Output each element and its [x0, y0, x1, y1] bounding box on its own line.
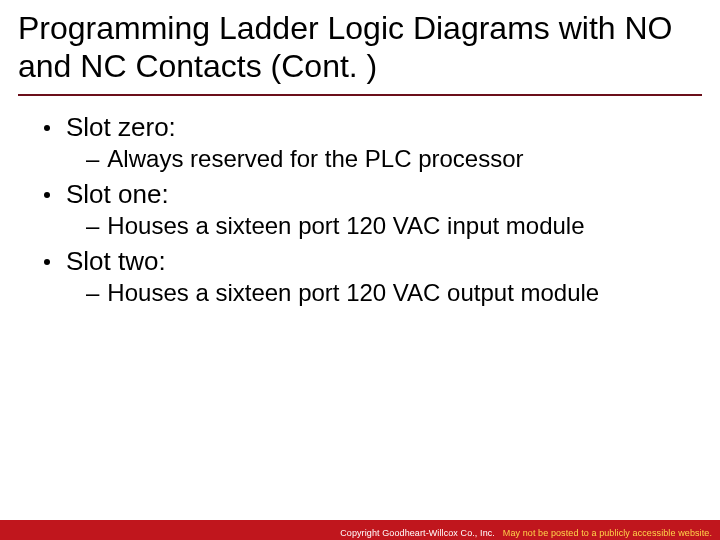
slide: Programming Ladder Logic Diagrams with N…	[0, 0, 720, 540]
slide-title: Programming Ladder Logic Diagrams with N…	[0, 0, 720, 88]
bullet-text: Houses a sixteen port 120 VAC input modu…	[107, 212, 584, 240]
bullet-text: Houses a sixteen port 120 VAC output mod…	[107, 279, 599, 307]
bullet-text: Slot one:	[66, 179, 169, 210]
footer-text: Copyright Goodheart-Willcox Co., Inc. Ma…	[340, 528, 712, 538]
bullet-level-2: – Always reserved for the PLC processor	[86, 145, 700, 173]
bullet-level-1: Slot one:	[44, 179, 700, 210]
bullet-dash-icon: –	[86, 212, 99, 240]
footer-copyright: Copyright Goodheart-Willcox Co., Inc.	[340, 528, 495, 538]
bullet-level-2: – Houses a sixteen port 120 VAC input mo…	[86, 212, 700, 240]
bullet-dot-icon	[44, 192, 50, 198]
bullet-text: Always reserved for the PLC processor	[107, 145, 523, 173]
footer-warning: May not be posted to a publicly accessib…	[503, 528, 712, 538]
bullet-dash-icon: –	[86, 279, 99, 307]
bullet-level-2: – Houses a sixteen port 120 VAC output m…	[86, 279, 700, 307]
bullet-dash-icon: –	[86, 145, 99, 173]
bullet-text: Slot zero:	[66, 112, 176, 143]
bullet-level-1: Slot two:	[44, 246, 700, 277]
bullet-dot-icon	[44, 125, 50, 131]
slide-body: Slot zero: – Always reserved for the PLC…	[0, 96, 720, 307]
bullet-text: Slot two:	[66, 246, 166, 277]
bullet-dot-icon	[44, 259, 50, 265]
bullet-level-1: Slot zero:	[44, 112, 700, 143]
